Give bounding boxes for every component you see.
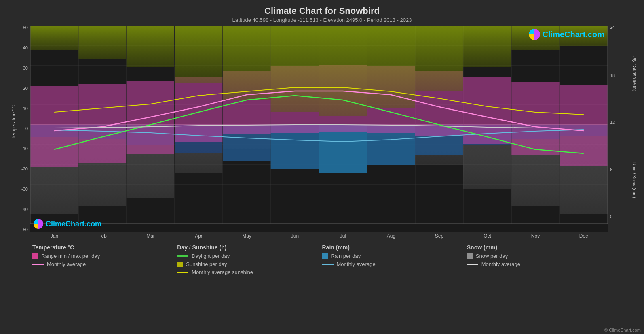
- chart-svg: [30, 26, 608, 232]
- legend-rain-avg: Monthly average: [322, 261, 467, 267]
- x-label-nov: Nov: [511, 233, 560, 239]
- legend-rain: Rain (mm) Rain per day Monthly average: [322, 244, 467, 277]
- logo-text-top: ClimeChart.com: [543, 30, 604, 39]
- x-label-feb: Feb: [78, 233, 127, 239]
- legend-swatch-rain-avg: [322, 264, 334, 265]
- legend-area: Temperature °C Range min / max per day M…: [8, 240, 636, 277]
- legend-temp-title: Temperature °C: [32, 244, 177, 251]
- y-label-40: 40: [23, 46, 28, 50]
- legend-snow-avg: Monthly average: [467, 261, 612, 267]
- svg-rect-58: [30, 26, 78, 50]
- y-label-n50: -50: [21, 228, 28, 232]
- svg-rect-64: [319, 26, 367, 116]
- legend-label-temp-avg: Monthly average: [47, 261, 86, 267]
- legend-sunshine-avg: Monthly average sunshine: [177, 269, 322, 275]
- legend-label-rain-avg: Monthly average: [337, 261, 376, 267]
- legend-swatch-snow-avg: [467, 264, 478, 265]
- svg-rect-62: [223, 26, 270, 100]
- logo-top-right: ClimeChart.com: [529, 29, 604, 40]
- legend-swatch-temp-avg: [32, 264, 44, 265]
- chart-subtitle: Latitude 40.598 - Longitude -111.513 - E…: [8, 17, 636, 23]
- legend-sunshine-per-day: Sunshine per day: [177, 261, 322, 267]
- svg-rect-60: [127, 26, 174, 67]
- legend-swatch-rain-day: [322, 253, 328, 259]
- y-label-n40: -40: [21, 207, 28, 212]
- svg-rect-49: [175, 77, 222, 142]
- y-axis-left: Temperature °C 50 40 30 20 10 0 -10 -20 …: [8, 26, 30, 240]
- x-label-dec: Dec: [560, 233, 608, 239]
- y-label-n10: -10: [21, 147, 28, 151]
- legend-sunshine-title: Day / Sunshine (h): [177, 244, 322, 251]
- svg-rect-65: [367, 26, 415, 108]
- logo-bottom-left: ClimeChart.com: [34, 219, 101, 229]
- x-label-apr: Apr: [175, 233, 223, 239]
- x-label-jun: Jun: [271, 233, 319, 239]
- y-right-rain-title: Rain / Snow (mm): [632, 162, 637, 198]
- svg-rect-56: [511, 82, 559, 155]
- y-right-24: 24: [610, 25, 615, 30]
- legend-temp-avg: Monthly average: [32, 261, 177, 267]
- plot-area: ClimeChart.com ClimeChart.com Jan Feb Ma…: [30, 26, 608, 240]
- svg-rect-48: [127, 81, 174, 154]
- x-axis: Jan Feb Mar Apr May Jun Jul Aug Sep Oct …: [30, 232, 608, 240]
- legend-snow: Snow (mm) Snow per day Monthly average: [467, 244, 612, 277]
- legend-swatch-temp-range: [32, 253, 38, 259]
- logo-icon-bottom: [34, 219, 43, 229]
- legend-label-snow-avg: Monthly average: [481, 261, 520, 267]
- y-right-12: 12: [610, 120, 615, 125]
- y-axis-right: 24 18 12 6 0 Day / Sunshine (h) Rain / S…: [608, 26, 636, 240]
- legend-label-daylight: Daylight per day: [192, 253, 230, 259]
- y-right-18: 18: [610, 73, 615, 78]
- y-right-6: 6: [610, 167, 612, 172]
- x-label-mar: Mar: [127, 233, 175, 239]
- legend-rain-per-day: Rain per day: [322, 253, 467, 259]
- y-label-30: 30: [23, 66, 28, 70]
- svg-rect-61: [175, 26, 222, 83]
- y-right-0: 0: [610, 214, 612, 219]
- legend-label-sunshine-avg: Monthly average sunshine: [192, 269, 253, 275]
- y-label-10: 10: [23, 106, 28, 111]
- logo-text-bottom: ClimeChart.com: [46, 220, 101, 228]
- watermark: © ClimeChart.com: [604, 328, 641, 332]
- svg-rect-46: [30, 86, 78, 167]
- legend-snow-title: Snow (mm): [467, 244, 612, 251]
- y-right-sunshine-title: Day / Sunshine (h): [632, 54, 637, 91]
- legend-label-temp-range: Range min / max per day: [41, 253, 100, 259]
- svg-rect-67: [463, 26, 511, 67]
- legend-swatch-sunshine-day: [177, 262, 183, 267]
- legend-label-rain-day: Rain per day: [331, 253, 361, 259]
- chart-container: Climate Chart for Snowbird Latitude 40.5…: [0, 0, 644, 334]
- legend-swatch-sunshine-avg: [177, 272, 188, 273]
- y-label-n20: -20: [21, 167, 28, 171]
- y-label-n30: -30: [21, 187, 28, 191]
- x-label-oct: Oct: [463, 233, 511, 239]
- chart-area: Temperature °C 50 40 30 20 10 0 -10 -20 …: [8, 26, 636, 240]
- legend-label-snow-day: Snow per day: [476, 253, 508, 259]
- chart-title: Climate Chart for Snowbird: [8, 6, 636, 16]
- y-axis-left-title: Temperature °C: [11, 105, 17, 139]
- x-label-jan: Jan: [30, 233, 78, 239]
- legend-daylight: Daylight per day: [177, 253, 322, 259]
- y-label-0: 0: [25, 126, 28, 131]
- legend-sunshine: Day / Sunshine (h) Daylight per day Suns…: [177, 244, 322, 277]
- legend-rain-title: Rain (mm): [322, 244, 467, 251]
- y-label-20: 20: [23, 86, 28, 91]
- legend-label-sunshine-day: Sunshine per day: [186, 261, 227, 267]
- x-label-sep: Sep: [415, 233, 463, 239]
- x-label-jul: Jul: [319, 233, 367, 239]
- legend-swatch-daylight: [177, 255, 188, 257]
- legend-temperature: Temperature °C Range min / max per day M…: [32, 244, 177, 277]
- logo-icon-top: [529, 29, 540, 40]
- legend-swatch-snow-day: [467, 253, 473, 259]
- svg-rect-63: [271, 26, 319, 112]
- svg-rect-57: [560, 85, 608, 166]
- legend-snow-per-day: Snow per day: [467, 253, 612, 259]
- svg-rect-59: [78, 26, 126, 59]
- x-label-aug: Aug: [367, 233, 415, 239]
- x-label-may: May: [223, 233, 271, 239]
- legend-temp-range: Range min / max per day: [32, 253, 177, 259]
- svg-rect-66: [415, 26, 463, 91]
- y-label-50: 50: [23, 26, 28, 30]
